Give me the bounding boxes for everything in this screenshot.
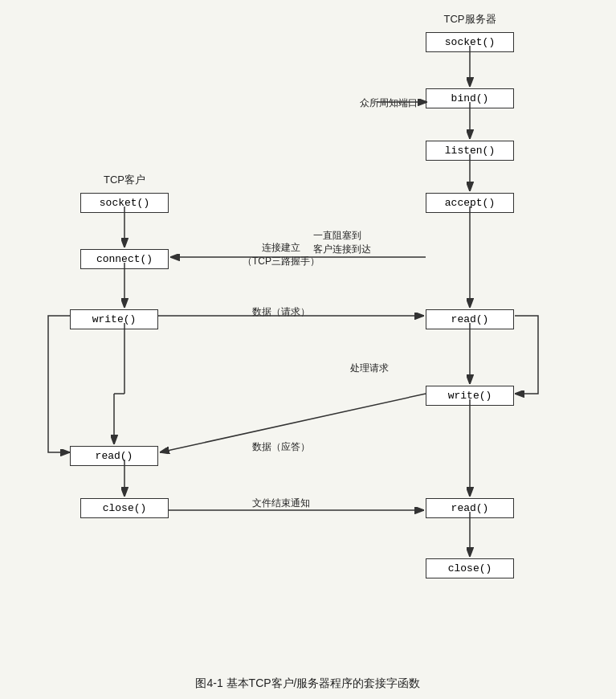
client-label: TCP客户 (80, 173, 169, 187)
arrows-svg (0, 0, 616, 667)
close-arrow-label: 文件结束通知 (193, 497, 369, 510)
server-read2-box: read() (426, 498, 514, 518)
server-write-box: write() (426, 386, 514, 406)
server-listen-box: listen() (426, 141, 514, 161)
server-close-box: close() (426, 558, 514, 578)
read-arrow-label: 数据（应答） (193, 440, 369, 454)
write-arrow-label: 数据（请求） (193, 305, 369, 319)
server-bind-box: bind() (426, 88, 514, 108)
server-label: TCP服务器 (426, 12, 514, 27)
connect-arrow-label: 连接建立（TCP三路握手） (193, 241, 369, 268)
client-connect-box: connect() (80, 249, 169, 269)
client-close-box: close() (80, 498, 169, 518)
diagram: socket() bind() listen() accept() read()… (0, 0, 616, 667)
client-write-box: write() (70, 309, 158, 329)
wellknown-label: 众所周知端口 (337, 96, 418, 110)
server-read1-box: read() (426, 309, 514, 329)
client-read-box: read() (70, 446, 158, 466)
server-socket-box: socket() (426, 32, 514, 52)
client-socket-box: socket() (80, 193, 169, 213)
server-accept-box: accept() (426, 193, 514, 213)
process-label: 处理请求 (313, 362, 426, 375)
caption: 图4-1 基本TCP客户/服务器程序的套接字函数 (0, 677, 616, 691)
